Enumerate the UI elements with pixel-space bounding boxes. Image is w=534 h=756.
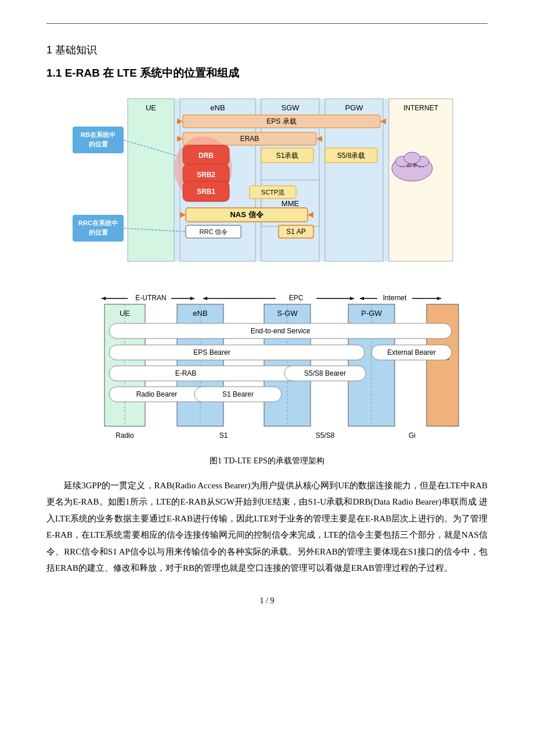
svg-text:Radio Bearer: Radio Bearer <box>136 390 178 398</box>
top-diagram-svg: UE eNB SGW PGW MME INTERNET EPS 承载 ERAB <box>70 93 464 285</box>
svg-point-51 <box>404 152 420 164</box>
svg-text:EPC: EPC <box>289 294 304 302</box>
bottom-diagram-svg: E-UTRAN EPC Internet UE eNB <box>70 291 464 448</box>
section-title: 1 基础知识 <box>46 41 488 59</box>
svg-text:PGW: PGW <box>345 103 363 112</box>
svg-text:S5/S8 Bearer: S5/S8 Bearer <box>304 369 346 377</box>
svg-text:SRB2: SRB2 <box>197 171 215 179</box>
svg-text:S1承载: S1承载 <box>276 152 299 160</box>
svg-rect-84 <box>109 345 365 360</box>
svg-text:的位置: 的位置 <box>89 141 108 147</box>
svg-text:EPS Bearer: EPS Bearer <box>193 348 230 357</box>
svg-text:的位置: 的位置 <box>89 229 108 236</box>
svg-text:S1: S1 <box>219 431 228 440</box>
svg-text:S5/S8: S5/S8 <box>316 431 335 440</box>
bottom-diagram: E-UTRAN EPC Internet UE eNB <box>70 291 464 448</box>
svg-marker-64 <box>360 297 364 300</box>
svg-text:SGW: SGW <box>281 103 300 112</box>
svg-text:Gi: Gi <box>409 431 416 440</box>
svg-text:EPS 承载: EPS 承载 <box>266 117 296 125</box>
svg-text:INTERNET: INTERNET <box>403 104 439 112</box>
svg-text:eNB: eNB <box>210 103 225 112</box>
svg-text:ERAB: ERAB <box>240 135 259 143</box>
svg-text:RB在系统中: RB在系统中 <box>81 131 116 138</box>
top-divider <box>46 23 488 24</box>
svg-rect-43 <box>73 215 124 242</box>
svg-text:S5/8承载: S5/8承载 <box>337 152 366 160</box>
svg-marker-66 <box>437 297 441 300</box>
svg-rect-1 <box>128 99 174 261</box>
svg-marker-56 <box>190 297 194 300</box>
svg-marker-59 <box>203 297 207 300</box>
svg-text:Internet: Internet <box>383 294 407 302</box>
svg-text:Radio: Radio <box>116 431 134 440</box>
svg-marker-61 <box>350 297 354 300</box>
svg-text:MME: MME <box>282 199 300 208</box>
svg-text:SCTP流: SCTP流 <box>261 189 284 196</box>
svg-text:E-RAB: E-RAB <box>175 369 197 377</box>
svg-text:SRB1: SRB1 <box>197 188 215 196</box>
page-number: 1 / 9 <box>46 594 488 608</box>
body-text: 延续3GPP的一贯定义，RAB(Radio Access Bearer)为用户提… <box>46 477 488 577</box>
svg-text:E-UTRAN: E-UTRAN <box>135 294 166 302</box>
svg-marker-54 <box>102 297 106 300</box>
svg-text:External Bearer: External Bearer <box>387 348 435 357</box>
fig-caption: 图1 TD-LTE EPS的承载管理架构 <box>46 454 488 468</box>
svg-text:S1 AP: S1 AP <box>286 228 305 236</box>
svg-text:S1 Bearer: S1 Bearer <box>222 390 254 398</box>
svg-text:End-to-end Service: End-to-end Service <box>251 327 311 335</box>
svg-text:DRB: DRB <box>199 152 214 160</box>
svg-text:UE: UE <box>146 103 156 112</box>
svg-rect-21 <box>73 127 124 153</box>
top-diagram: UE eNB SGW PGW MME INTERNET EPS 承载 ERAB <box>70 93 464 285</box>
svg-rect-88 <box>109 366 301 381</box>
svg-text:NAS 信令: NAS 信令 <box>230 210 264 219</box>
subsection-title: 1.1 E-RAB 在 LTE 系统中的位置和组成 <box>46 64 488 82</box>
svg-rect-75 <box>427 304 459 426</box>
diagram-container: UE eNB SGW PGW MME INTERNET EPS 承载 ERAB <box>46 93 488 448</box>
svg-text:RRC 信令: RRC 信令 <box>200 228 228 235</box>
svg-text:RRC在系统中: RRC在系统中 <box>78 219 118 226</box>
